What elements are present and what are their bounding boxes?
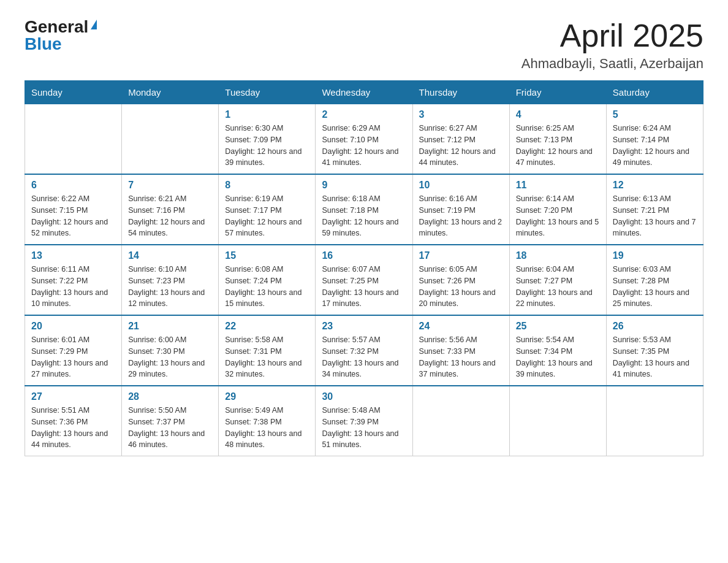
logo-triangle-icon [91, 20, 97, 29]
day-number: 6 [31, 180, 115, 191]
calendar-cell: 13Sunrise: 6:11 AMSunset: 7:22 PMDayligh… [25, 245, 122, 315]
calendar-cell: 11Sunrise: 6:14 AMSunset: 7:20 PMDayligh… [509, 174, 606, 245]
day-info: Sunrise: 6:18 AMSunset: 7:18 PMDaylight:… [322, 193, 406, 239]
weekday-header-row: SundayMondayTuesdayWednesdayThursdayFrid… [25, 81, 703, 104]
calendar-cell: 18Sunrise: 6:04 AMSunset: 7:27 PMDayligh… [509, 245, 606, 315]
day-info: Sunrise: 6:22 AMSunset: 7:15 PMDaylight:… [31, 193, 115, 239]
logo: General Blue [25, 18, 97, 53]
logo-general-text: General [25, 18, 88, 36]
day-info: Sunrise: 6:19 AMSunset: 7:17 PMDaylight:… [225, 193, 309, 239]
calendar-cell: 8Sunrise: 6:19 AMSunset: 7:17 PMDaylight… [219, 174, 316, 245]
day-number: 2 [322, 109, 406, 120]
week-row-4: 20Sunrise: 6:01 AMSunset: 7:29 PMDayligh… [25, 315, 703, 386]
day-info: Sunrise: 5:50 AMSunset: 7:37 PMDaylight:… [128, 405, 212, 451]
day-number: 28 [128, 391, 212, 402]
day-info: Sunrise: 6:25 AMSunset: 7:13 PMDaylight:… [516, 123, 600, 169]
calendar-cell: 7Sunrise: 6:21 AMSunset: 7:16 PMDaylight… [122, 174, 219, 245]
day-number: 18 [516, 250, 600, 261]
day-info: Sunrise: 6:10 AMSunset: 7:23 PMDaylight:… [128, 264, 212, 310]
calendar-cell: 17Sunrise: 6:05 AMSunset: 7:26 PMDayligh… [412, 245, 509, 315]
day-number: 22 [225, 321, 309, 332]
day-info: Sunrise: 5:53 AMSunset: 7:35 PMDaylight:… [613, 334, 697, 380]
calendar-cell: 15Sunrise: 6:08 AMSunset: 7:24 PMDayligh… [219, 245, 316, 315]
week-row-1: 1Sunrise: 6:30 AMSunset: 7:09 PMDaylight… [25, 104, 703, 175]
day-info: Sunrise: 5:49 AMSunset: 7:38 PMDaylight:… [225, 405, 309, 451]
calendar-cell: 16Sunrise: 6:07 AMSunset: 7:25 PMDayligh… [316, 245, 412, 315]
calendar-cell [509, 386, 606, 456]
day-info: Sunrise: 6:30 AMSunset: 7:09 PMDaylight:… [225, 123, 309, 169]
day-info: Sunrise: 5:56 AMSunset: 7:33 PMDaylight:… [419, 334, 503, 380]
calendar-cell: 19Sunrise: 6:03 AMSunset: 7:28 PMDayligh… [606, 245, 703, 315]
calendar-cell: 4Sunrise: 6:25 AMSunset: 7:13 PMDaylight… [509, 104, 606, 175]
day-number: 1 [225, 109, 309, 120]
day-info: Sunrise: 6:00 AMSunset: 7:30 PMDaylight:… [128, 334, 212, 380]
day-info: Sunrise: 6:24 AMSunset: 7:14 PMDaylight:… [613, 123, 697, 169]
day-info: Sunrise: 6:08 AMSunset: 7:24 PMDaylight:… [225, 264, 309, 310]
day-number: 10 [419, 180, 503, 191]
calendar-cell: 26Sunrise: 5:53 AMSunset: 7:35 PMDayligh… [606, 315, 703, 386]
calendar-cell: 30Sunrise: 5:48 AMSunset: 7:39 PMDayligh… [316, 386, 412, 456]
calendar-cell: 22Sunrise: 5:58 AMSunset: 7:31 PMDayligh… [219, 315, 316, 386]
header: General Blue April 2025 Ahmadbayli, Saat… [25, 18, 703, 72]
day-info: Sunrise: 6:14 AMSunset: 7:20 PMDaylight:… [516, 193, 600, 239]
weekday-header-thursday: Thursday [412, 81, 509, 104]
calendar-cell: 6Sunrise: 6:22 AMSunset: 7:15 PMDaylight… [25, 174, 122, 245]
day-info: Sunrise: 6:21 AMSunset: 7:16 PMDaylight:… [128, 193, 212, 239]
day-number: 14 [128, 250, 212, 261]
day-number: 29 [225, 391, 309, 402]
calendar-cell [412, 386, 509, 456]
day-number: 12 [613, 180, 697, 191]
week-row-5: 27Sunrise: 5:51 AMSunset: 7:36 PMDayligh… [25, 386, 703, 456]
day-info: Sunrise: 5:54 AMSunset: 7:34 PMDaylight:… [516, 334, 600, 380]
day-number: 24 [419, 321, 503, 332]
day-number: 16 [322, 250, 406, 261]
day-info: Sunrise: 5:57 AMSunset: 7:32 PMDaylight:… [322, 334, 406, 380]
calendar-cell: 20Sunrise: 6:01 AMSunset: 7:29 PMDayligh… [25, 315, 122, 386]
title-area: April 2025 Ahmadbayli, Saatli, Azerbaija… [521, 18, 703, 72]
weekday-header-monday: Monday [122, 81, 219, 104]
day-number: 7 [128, 180, 212, 191]
day-number: 11 [516, 180, 600, 191]
day-number: 19 [613, 250, 697, 261]
day-number: 27 [31, 391, 115, 402]
week-row-3: 13Sunrise: 6:11 AMSunset: 7:22 PMDayligh… [25, 245, 703, 315]
day-number: 8 [225, 180, 309, 191]
day-info: Sunrise: 6:07 AMSunset: 7:25 PMDaylight:… [322, 264, 406, 310]
calendar-cell: 1Sunrise: 6:30 AMSunset: 7:09 PMDaylight… [219, 104, 316, 175]
day-info: Sunrise: 6:11 AMSunset: 7:22 PMDaylight:… [31, 264, 115, 310]
weekday-header-sunday: Sunday [25, 81, 122, 104]
day-info: Sunrise: 5:51 AMSunset: 7:36 PMDaylight:… [31, 405, 115, 451]
day-number: 9 [322, 180, 406, 191]
weekday-header-saturday: Saturday [606, 81, 703, 104]
day-number: 13 [31, 250, 115, 261]
calendar-table: SundayMondayTuesdayWednesdayThursdayFrid… [25, 80, 703, 456]
calendar-cell: 9Sunrise: 6:18 AMSunset: 7:18 PMDaylight… [316, 174, 412, 245]
day-info: Sunrise: 6:04 AMSunset: 7:27 PMDaylight:… [516, 264, 600, 310]
day-number: 15 [225, 250, 309, 261]
calendar-cell: 2Sunrise: 6:29 AMSunset: 7:10 PMDaylight… [316, 104, 412, 175]
day-info: Sunrise: 6:27 AMSunset: 7:12 PMDaylight:… [419, 123, 503, 169]
calendar-cell: 23Sunrise: 5:57 AMSunset: 7:32 PMDayligh… [316, 315, 412, 386]
location-title: Ahmadbayli, Saatli, Azerbaijan [521, 56, 703, 72]
week-row-2: 6Sunrise: 6:22 AMSunset: 7:15 PMDaylight… [25, 174, 703, 245]
day-info: Sunrise: 6:13 AMSunset: 7:21 PMDaylight:… [613, 193, 697, 239]
day-number: 17 [419, 250, 503, 261]
day-info: Sunrise: 5:48 AMSunset: 7:39 PMDaylight:… [322, 405, 406, 451]
calendar-cell [606, 386, 703, 456]
weekday-header-tuesday: Tuesday [219, 81, 316, 104]
month-title: April 2025 [521, 18, 703, 53]
calendar-cell: 24Sunrise: 5:56 AMSunset: 7:33 PMDayligh… [412, 315, 509, 386]
weekday-header-friday: Friday [509, 81, 606, 104]
day-number: 30 [322, 391, 406, 402]
day-number: 26 [613, 321, 697, 332]
calendar-cell: 12Sunrise: 6:13 AMSunset: 7:21 PMDayligh… [606, 174, 703, 245]
calendar-cell: 27Sunrise: 5:51 AMSunset: 7:36 PMDayligh… [25, 386, 122, 456]
day-info: Sunrise: 6:05 AMSunset: 7:26 PMDaylight:… [419, 264, 503, 310]
day-number: 23 [322, 321, 406, 332]
day-number: 4 [516, 109, 600, 120]
logo-blue-text: Blue [25, 36, 62, 53]
day-number: 3 [419, 109, 503, 120]
day-info: Sunrise: 6:16 AMSunset: 7:19 PMDaylight:… [419, 193, 503, 239]
day-info: Sunrise: 6:01 AMSunset: 7:29 PMDaylight:… [31, 334, 115, 380]
day-number: 20 [31, 321, 115, 332]
